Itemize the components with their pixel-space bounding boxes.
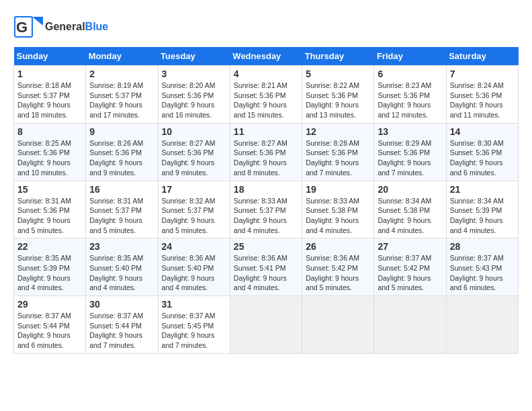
calendar-day-cell: 9Sunrise: 8:26 AMSunset: 5:36 PMDaylight… <box>86 123 158 181</box>
calendar-day-cell <box>374 296 446 354</box>
day-detail: Sunrise: 8:29 AMSunset: 5:36 PMDaylight:… <box>378 139 431 177</box>
day-number: 11 <box>234 126 298 137</box>
calendar-day-cell: 21Sunrise: 8:34 AMSunset: 5:39 PMDayligh… <box>446 181 518 238</box>
day-number: 30 <box>89 299 154 310</box>
day-number: 14 <box>450 126 515 137</box>
day-detail: Sunrise: 8:19 AMSunset: 5:37 PMDaylight:… <box>89 81 143 119</box>
calendar-day-cell: 3Sunrise: 8:20 AMSunset: 5:36 PMDaylight… <box>158 66 230 124</box>
calendar-day-cell: 17Sunrise: 8:32 AMSunset: 5:37 PMDayligh… <box>158 181 230 238</box>
page-header: G GeneralBlue <box>13 13 519 40</box>
calendar-day-cell: 15Sunrise: 8:31 AMSunset: 5:36 PMDayligh… <box>14 181 86 238</box>
calendar-day-cell <box>230 296 302 354</box>
day-number: 23 <box>89 241 154 252</box>
calendar-body: 1Sunrise: 8:18 AMSunset: 5:37 PMDaylight… <box>14 66 519 354</box>
day-detail: Sunrise: 8:36 AMSunset: 5:42 PMDaylight:… <box>306 254 359 291</box>
calendar-day-cell: 19Sunrise: 8:33 AMSunset: 5:38 PMDayligh… <box>302 181 374 238</box>
calendar-day-cell: 28Sunrise: 8:37 AMSunset: 5:43 PMDayligh… <box>446 238 518 296</box>
day-number: 18 <box>234 184 298 195</box>
calendar-day-cell <box>446 296 518 354</box>
day-number: 21 <box>450 184 515 195</box>
calendar-day-cell: 18Sunrise: 8:33 AMSunset: 5:37 PMDayligh… <box>230 181 302 238</box>
calendar-day-cell: 12Sunrise: 8:28 AMSunset: 5:36 PMDayligh… <box>302 123 374 181</box>
day-detail: Sunrise: 8:37 AMSunset: 5:45 PMDaylight:… <box>162 312 216 349</box>
day-detail: Sunrise: 8:31 AMSunset: 5:36 PMDaylight:… <box>17 197 71 234</box>
calendar-day-cell <box>302 296 374 354</box>
column-header-saturday: Saturday <box>446 47 518 66</box>
day-number: 20 <box>378 184 442 195</box>
day-number: 5 <box>306 68 370 79</box>
calendar-week-row: 1Sunrise: 8:18 AMSunset: 5:37 PMDaylight… <box>14 66 519 124</box>
calendar-week-row: 29Sunrise: 8:37 AMSunset: 5:44 PMDayligh… <box>14 296 519 354</box>
day-number: 15 <box>17 184 82 195</box>
day-detail: Sunrise: 8:32 AMSunset: 5:37 PMDaylight:… <box>162 197 216 234</box>
day-number: 29 <box>17 299 82 310</box>
day-number: 1 <box>17 68 82 79</box>
day-number: 19 <box>306 184 370 195</box>
day-detail: Sunrise: 8:24 AMSunset: 5:36 PMDaylight:… <box>450 81 504 119</box>
logo: G GeneralBlue <box>13 13 108 40</box>
day-number: 2 <box>89 68 154 79</box>
column-header-wednesday: Wednesday <box>230 47 302 66</box>
calendar-day-cell: 24Sunrise: 8:36 AMSunset: 5:40 PMDayligh… <box>158 238 230 296</box>
day-detail: Sunrise: 8:33 AMSunset: 5:37 PMDaylight:… <box>234 197 287 234</box>
calendar-day-cell: 30Sunrise: 8:37 AMSunset: 5:44 PMDayligh… <box>86 296 158 354</box>
day-detail: Sunrise: 8:34 AMSunset: 5:38 PMDaylight:… <box>378 197 431 234</box>
day-number: 24 <box>162 241 226 252</box>
logo-svg: G <box>13 13 44 40</box>
calendar-day-cell: 22Sunrise: 8:35 AMSunset: 5:39 PMDayligh… <box>14 238 86 296</box>
column-header-sunday: Sunday <box>14 47 86 66</box>
calendar-day-cell: 1Sunrise: 8:18 AMSunset: 5:37 PMDaylight… <box>14 66 86 124</box>
column-header-friday: Friday <box>374 47 446 66</box>
calendar-day-cell: 31Sunrise: 8:37 AMSunset: 5:45 PMDayligh… <box>158 296 230 354</box>
day-number: 16 <box>89 184 154 195</box>
day-number: 22 <box>17 241 82 252</box>
calendar-day-cell: 29Sunrise: 8:37 AMSunset: 5:44 PMDayligh… <box>14 296 86 354</box>
calendar-table: SundayMondayTuesdayWednesdayThursdayFrid… <box>13 47 519 354</box>
calendar-day-cell: 2Sunrise: 8:19 AMSunset: 5:37 PMDaylight… <box>86 66 158 124</box>
calendar-day-cell: 16Sunrise: 8:31 AMSunset: 5:37 PMDayligh… <box>86 181 158 238</box>
day-detail: Sunrise: 8:34 AMSunset: 5:39 PMDaylight:… <box>450 197 504 234</box>
calendar-day-cell: 10Sunrise: 8:27 AMSunset: 5:36 PMDayligh… <box>158 123 230 181</box>
day-detail: Sunrise: 8:37 AMSunset: 5:44 PMDaylight:… <box>17 312 71 349</box>
calendar-day-cell: 7Sunrise: 8:24 AMSunset: 5:36 PMDaylight… <box>446 66 518 124</box>
calendar-day-cell: 11Sunrise: 8:27 AMSunset: 5:36 PMDayligh… <box>230 123 302 181</box>
day-detail: Sunrise: 8:37 AMSunset: 5:43 PMDaylight:… <box>450 254 504 291</box>
day-number: 8 <box>17 126 82 137</box>
day-detail: Sunrise: 8:27 AMSunset: 5:36 PMDaylight:… <box>234 139 287 177</box>
calendar-week-row: 15Sunrise: 8:31 AMSunset: 5:36 PMDayligh… <box>14 181 519 238</box>
calendar-day-cell: 20Sunrise: 8:34 AMSunset: 5:38 PMDayligh… <box>374 181 446 238</box>
day-detail: Sunrise: 8:23 AMSunset: 5:36 PMDaylight:… <box>378 81 431 119</box>
day-detail: Sunrise: 8:30 AMSunset: 5:36 PMDaylight:… <box>450 139 504 177</box>
day-detail: Sunrise: 8:27 AMSunset: 5:36 PMDaylight:… <box>162 139 216 177</box>
calendar-day-cell: 13Sunrise: 8:29 AMSunset: 5:36 PMDayligh… <box>374 123 446 181</box>
day-number: 4 <box>234 68 298 79</box>
day-detail: Sunrise: 8:28 AMSunset: 5:36 PMDaylight:… <box>306 139 359 177</box>
day-detail: Sunrise: 8:26 AMSunset: 5:36 PMDaylight:… <box>89 139 143 177</box>
day-detail: Sunrise: 8:36 AMSunset: 5:40 PMDaylight:… <box>162 254 216 291</box>
day-detail: Sunrise: 8:35 AMSunset: 5:39 PMDaylight:… <box>17 254 71 291</box>
logo-text: GeneralBlue <box>45 21 108 32</box>
calendar-day-cell: 4Sunrise: 8:21 AMSunset: 5:36 PMDaylight… <box>230 66 302 124</box>
column-header-tuesday: Tuesday <box>158 47 230 66</box>
day-number: 3 <box>162 68 226 79</box>
day-number: 13 <box>378 126 442 137</box>
day-detail: Sunrise: 8:37 AMSunset: 5:42 PMDaylight:… <box>378 254 431 291</box>
calendar-week-row: 22Sunrise: 8:35 AMSunset: 5:39 PMDayligh… <box>14 238 519 296</box>
day-number: 26 <box>306 241 370 252</box>
column-header-thursday: Thursday <box>302 47 374 66</box>
day-detail: Sunrise: 8:18 AMSunset: 5:37 PMDaylight:… <box>17 81 71 119</box>
column-header-monday: Monday <box>86 47 158 66</box>
calendar-day-cell: 14Sunrise: 8:30 AMSunset: 5:36 PMDayligh… <box>446 123 518 181</box>
day-detail: Sunrise: 8:25 AMSunset: 5:36 PMDaylight:… <box>17 139 71 177</box>
day-number: 31 <box>162 299 226 310</box>
day-detail: Sunrise: 8:33 AMSunset: 5:38 PMDaylight:… <box>306 197 359 234</box>
day-detail: Sunrise: 8:37 AMSunset: 5:44 PMDaylight:… <box>89 312 143 349</box>
day-detail: Sunrise: 8:36 AMSunset: 5:41 PMDaylight:… <box>234 254 287 291</box>
calendar-day-cell: 6Sunrise: 8:23 AMSunset: 5:36 PMDaylight… <box>374 66 446 124</box>
calendar-day-cell: 26Sunrise: 8:36 AMSunset: 5:42 PMDayligh… <box>302 238 374 296</box>
calendar-header-row: SundayMondayTuesdayWednesdayThursdayFrid… <box>14 47 519 66</box>
day-detail: Sunrise: 8:20 AMSunset: 5:36 PMDaylight:… <box>162 81 216 119</box>
day-number: 28 <box>450 241 515 252</box>
day-detail: Sunrise: 8:22 AMSunset: 5:36 PMDaylight:… <box>306 81 359 119</box>
day-detail: Sunrise: 8:21 AMSunset: 5:36 PMDaylight:… <box>234 81 287 119</box>
